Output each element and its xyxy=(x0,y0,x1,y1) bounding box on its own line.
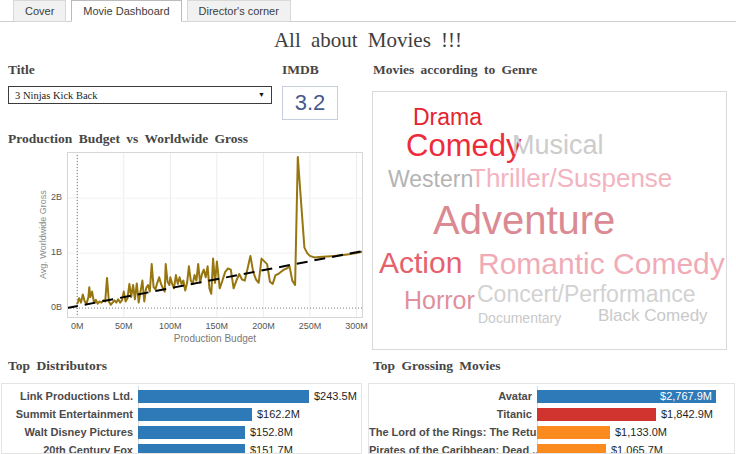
genre-word-romantic-comedy[interactable]: Romantic Comedy xyxy=(478,249,725,279)
bar-category-label: Link Productions Ltd. xyxy=(2,390,138,402)
plot-border xyxy=(68,153,363,318)
genre-word-horror[interactable]: Horror xyxy=(404,288,475,313)
bar-value-label: $162.2M xyxy=(257,408,300,420)
bar-row-the-lord-of-the-rings-the-retu: The Lord of the Rings: The Retu..$1,133.… xyxy=(369,423,734,441)
genre-word-adventure[interactable]: Adventure xyxy=(433,200,615,240)
y-tick: 2B xyxy=(38,192,62,202)
bar-the-lord-of-the-rings-the-retu[interactable] xyxy=(537,426,610,439)
bar-row-pirates-of-the-caribbean-dead: Pirates of the Caribbean: Dead ..$1,065.… xyxy=(369,441,734,454)
bar-summit-entertainment[interactable] xyxy=(138,408,252,421)
y-tick: 0B xyxy=(38,302,62,312)
top-distributors-chart: Link Productions Ltd.$243.5MSummit Enter… xyxy=(1,383,362,454)
tab-director-s-corner[interactable]: Director's corner xyxy=(187,0,291,22)
top-distributors-title: Top Distributors xyxy=(8,358,107,374)
genre-wordcloud: DramaComedyMusicalWesternThriller/Suspen… xyxy=(372,91,727,350)
page-title: All about Movies !!! xyxy=(0,28,736,53)
tab-bar: CoverMovie DashboardDirector's corner xyxy=(0,0,736,22)
genre-word-black-comedy[interactable]: Black Comedy xyxy=(598,307,708,324)
x-tick: 300M xyxy=(336,321,376,331)
bar-value-label: $2,767.9M xyxy=(660,390,712,402)
imdb-kpi-value: 3.2 xyxy=(282,86,338,120)
bar-value-label: $151.7M xyxy=(250,444,293,454)
tab-movie-dashboard[interactable]: Movie Dashboard xyxy=(71,0,181,22)
genre-word-concert-performance[interactable]: Concert/Performance xyxy=(477,283,696,306)
bar-value-label: $243.5M xyxy=(314,390,357,402)
x-tick: 0M xyxy=(57,321,97,331)
bar-area: $1,065.7M xyxy=(537,444,734,454)
bar-area: $1,133.0M xyxy=(537,426,734,439)
genre-word-drama[interactable]: Drama xyxy=(413,106,482,129)
dropdown-arrow-icon: ▼ xyxy=(258,91,265,99)
genre-word-thriller-suspense[interactable]: Thriller/Suspense xyxy=(470,165,672,191)
bar-link-productions-ltd[interactable] xyxy=(138,390,309,403)
bar-titanic[interactable] xyxy=(537,408,656,421)
bar-area: $162.2M xyxy=(138,408,361,421)
genre-word-comedy[interactable]: Comedy xyxy=(406,130,521,161)
imdb-label: IMDB xyxy=(282,62,319,78)
title-filter-value: 3 Ninjas Kick Back xyxy=(15,90,98,101)
x-tick: 200M xyxy=(243,321,283,331)
tab-cover[interactable]: Cover xyxy=(13,0,66,22)
bar-category-label: 20th Century Fox xyxy=(2,444,138,454)
budget-gross-plot[interactable] xyxy=(67,152,363,318)
bar-pirates-of-the-caribbean-dead[interactable] xyxy=(537,444,606,454)
x-tick: 100M xyxy=(150,321,190,331)
x-tick: 150M xyxy=(197,321,237,331)
bar-category-label: Walt Disney Pictures xyxy=(2,426,138,438)
bar-category-label: The Lord of the Rings: The Retu.. xyxy=(369,426,537,438)
bar-category-label: Pirates of the Caribbean: Dead .. xyxy=(369,444,537,454)
bar-value-label: $1,065.7M xyxy=(611,444,663,454)
bar-category-label: Summit Entertainment xyxy=(2,408,138,420)
bar-row-link-productions-ltd: Link Productions Ltd.$243.5M xyxy=(2,387,361,405)
genre-word-western[interactable]: Western xyxy=(388,168,473,191)
bar-area: $2,767.9M xyxy=(537,390,734,403)
bar-avatar[interactable]: $2,767.9M xyxy=(537,390,716,403)
bar-category-label: Avatar xyxy=(369,390,537,402)
bar-area: $151.7M xyxy=(138,444,361,454)
bar-row-avatar: Avatar$2,767.9M xyxy=(369,387,734,405)
bar-area: $152.8M xyxy=(138,426,361,439)
x-tick: 50M xyxy=(104,321,144,331)
bar-row-walt-disney-pictures: Walt Disney Pictures$152.8M xyxy=(2,423,361,441)
bar-20th-century-fox[interactable] xyxy=(138,444,245,454)
x-axis-title: Production Budget xyxy=(115,333,315,344)
gross-line-series[interactable] xyxy=(77,157,363,305)
bar-row-20th-century-fox: 20th Century Fox$151.7M xyxy=(2,441,361,454)
top-grossing-chart: Avatar$2,767.9MTitanic$1,842.9MThe Lord … xyxy=(368,383,735,454)
bar-value-label: $152.8M xyxy=(250,426,293,438)
bar-area: $1,842.9M xyxy=(537,408,734,421)
bar-walt-disney-pictures[interactable] xyxy=(138,426,245,439)
budget-gross-chart-title: Production Budget vs Worldwide Gross xyxy=(8,131,248,147)
genre-word-action[interactable]: Action xyxy=(379,248,462,278)
filter-label: Title xyxy=(8,62,35,78)
bar-value-label: $1,133.0M xyxy=(615,426,667,438)
genre-word-documentary[interactable]: Documentary xyxy=(478,311,561,325)
genre-cloud-title: Movies according to Genre xyxy=(373,62,537,78)
bar-row-summit-entertainment: Summit Entertainment$162.2M xyxy=(2,405,361,423)
bar-row-titanic: Titanic$1,842.9M xyxy=(369,405,734,423)
y-axis-title: Avg. Worldwide Gross xyxy=(38,170,50,300)
bar-category-label: Titanic xyxy=(369,408,537,420)
x-tick: 250M xyxy=(290,321,330,331)
top-grossing-title: Top Grossing Movies xyxy=(373,358,501,374)
bar-area: $243.5M xyxy=(138,390,361,403)
genre-word-musical[interactable]: Musical xyxy=(512,132,604,159)
y-tick: 1B xyxy=(38,247,62,257)
trend-line xyxy=(67,251,363,308)
title-filter-dropdown[interactable]: 3 Ninjas Kick Back ▼ xyxy=(8,86,272,104)
bar-value-label: $1,842.9M xyxy=(661,408,713,420)
